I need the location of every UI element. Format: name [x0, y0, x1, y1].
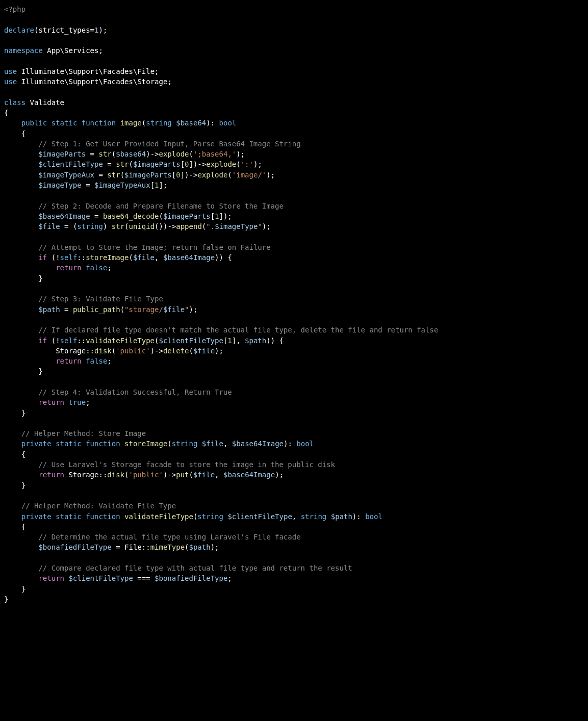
comment: // Step 1: Get User Provided Input, Pars…	[38, 140, 300, 148]
comment: // Helper Method: Store Image	[21, 429, 146, 437]
method-validateFileType: validateFileType	[124, 512, 193, 521]
comment: // Use Laravel's Storage facade to store…	[38, 460, 335, 469]
php-open-tag: <?php	[4, 5, 25, 13]
method-storeImage: storeImage	[124, 440, 167, 448]
comment: // Step 4: Validation Successful, Return…	[38, 388, 232, 396]
use-keyword: use	[4, 67, 17, 75]
comment: // Attempt to Store the Image; return fa…	[38, 243, 270, 251]
comment: // Step 3: Validate File Type	[38, 295, 163, 303]
code-block: <?php declare(strict_types=1); namespace…	[4, 4, 584, 604]
comment: // Determine the actual file type using …	[38, 533, 300, 541]
namespace-keyword: namespace	[4, 46, 43, 55]
comment: // Compare declared file type with actua…	[38, 564, 352, 572]
method-image: image	[120, 119, 142, 127]
declare-keyword: declare	[4, 26, 34, 34]
comment: // Helper Method: Validate File Type	[21, 502, 176, 510]
comment: // Step 2: Decode and Prepare Filename t…	[38, 202, 283, 210]
class-keyword: class	[4, 98, 25, 107]
comment: // If declared file type doesn't match t…	[38, 326, 438, 334]
class-name: Validate	[30, 98, 64, 107]
